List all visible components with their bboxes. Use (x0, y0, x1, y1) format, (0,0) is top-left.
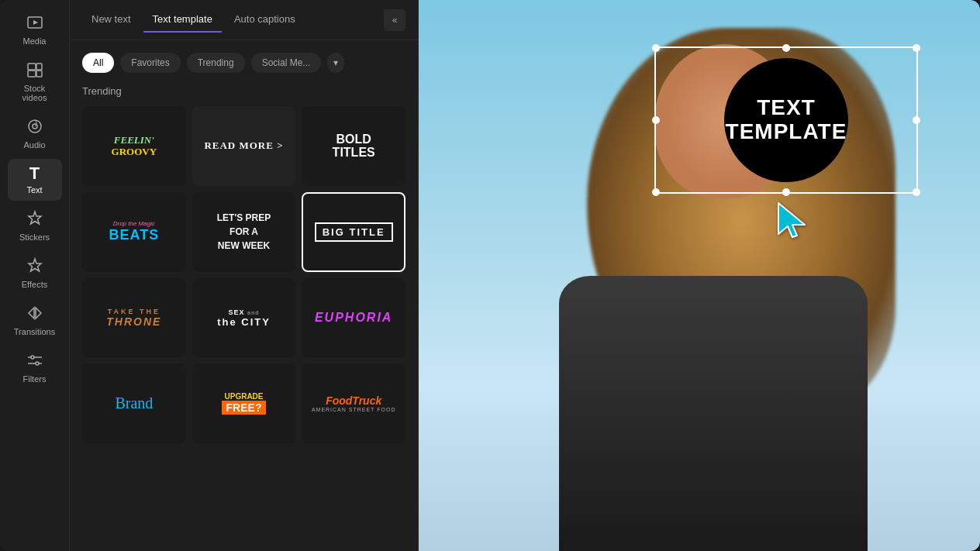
template-bold-titles[interactable]: BOLD TITLES (302, 106, 405, 186)
food-truck-sub: AMERICAN STREET FOOD (312, 407, 396, 412)
bold-titles-line1: BOLD (333, 133, 375, 146)
stock-videos-icon (26, 61, 43, 81)
media-icon (26, 14, 43, 33)
text-template-words: TEXT TEMPLATE (726, 96, 847, 144)
panel: New text Text template Auto captions « A… (70, 0, 419, 551)
transitions-icon (26, 305, 43, 324)
free-text: FREE? (222, 401, 267, 415)
svg-point-9 (36, 362, 39, 365)
stickers-icon (26, 210, 43, 229)
template-upgrade-free[interactable]: UPGRADE FREE? (192, 363, 296, 443)
chip-trending[interactable]: Trending (187, 53, 245, 73)
svg-rect-3 (28, 71, 36, 77)
svg-point-8 (31, 356, 34, 359)
sidebar-item-stock-videos[interactable]: Stock videos (8, 55, 62, 108)
canvas-area: TEXT TEMPLATE (419, 0, 980, 551)
template-feelin-groovy[interactable]: FEELIN' GROOVY (82, 106, 186, 186)
big-title-text: BIG TITLE (315, 222, 393, 242)
sidebar-item-text-label: Text (26, 185, 42, 195)
beats-text: BEATS (109, 227, 159, 243)
food-truck-text: FoodTruck (312, 394, 396, 407)
template-food-truck[interactable]: FoodTruck AMERICAN STREET FOOD (302, 363, 405, 443)
upgrade-text: UPGRADE (222, 392, 267, 401)
app-container: Media Stock videos Audio (0, 0, 980, 551)
more-tabs-button[interactable]: « (384, 9, 405, 31)
svg-rect-2 (28, 64, 36, 70)
bold-titles-line2: TITLES (333, 146, 375, 160)
sidebar-item-audio[interactable]: Audio (8, 112, 62, 156)
template-brand[interactable]: Brand (82, 363, 186, 443)
person-body (559, 276, 868, 552)
sidebar-item-text[interactable]: T Text (8, 159, 62, 201)
brand-text: Brand (115, 394, 153, 412)
filter-chips: All Favorites Trending Social Me... ▾ (82, 53, 405, 73)
sidebar-item-filters[interactable]: Filters (8, 346, 62, 390)
tab-auto-captions[interactable]: Auto captions (225, 7, 305, 33)
city-text: the CITY (217, 316, 271, 328)
feelin-groovy-line1: FEELIN' (112, 134, 157, 146)
chip-all[interactable]: All (82, 53, 114, 73)
text-icon: T (29, 165, 40, 182)
template-big-title[interactable]: BIG TITLE (302, 192, 405, 272)
filter-dropdown-button[interactable]: ▾ (327, 53, 344, 73)
svg-rect-5 (36, 71, 42, 77)
svg-marker-1 (33, 20, 38, 25)
drop-magic-text: Drop the Magic (109, 220, 159, 227)
template-drop-beats[interactable]: Drop the Magic BEATS (82, 192, 186, 272)
sidebar-item-filters-label: Filters (23, 374, 47, 384)
template-lets-prep[interactable]: LET'S PREPFOR ANEW WEEK (192, 192, 296, 272)
tab-new-text[interactable]: New text (82, 7, 140, 33)
lets-prep-text: LET'S PREPFOR ANEW WEEK (217, 211, 271, 253)
text-template-overlay[interactable]: TEXT TEMPLATE (654, 46, 918, 194)
panel-content: All Favorites Trending Social Me... ▾ Tr… (70, 40, 418, 551)
chip-favorites[interactable]: Favorites (120, 53, 180, 73)
euphoria-text: EUPHORIA (315, 311, 392, 325)
text-template-circle: TEXT TEMPLATE (724, 58, 848, 182)
svg-rect-4 (36, 64, 42, 70)
template-grid: FEELIN' GROOVY READ MORE > BOLD TITLES (82, 106, 405, 443)
sidebar-item-transitions[interactable]: Transitions (8, 298, 62, 343)
tab-text-template[interactable]: Text template (143, 7, 222, 33)
template-read-more[interactable]: READ MORE > (192, 106, 296, 186)
take-text: TAKE THE (106, 308, 161, 315)
sidebar-item-stock-videos-label: Stock videos (11, 84, 59, 102)
effects-icon (26, 257, 43, 277)
sex-text: SEX and (217, 308, 271, 316)
section-title: Trending (82, 85, 405, 97)
sidebar-item-media-label: Media (23, 36, 47, 46)
sidebar-item-media[interactable]: Media (8, 8, 62, 52)
chip-social-media[interactable]: Social Me... (251, 53, 322, 73)
sidebar-item-effects-label: Effects (22, 280, 47, 289)
svg-marker-14 (778, 203, 805, 237)
panel-tabs: New text Text template Auto captions « (70, 0, 418, 40)
sidebar: Media Stock videos Audio (0, 0, 70, 551)
sidebar-item-transitions-label: Transitions (14, 327, 55, 336)
sidebar-item-audio-label: Audio (23, 140, 45, 150)
throne-text: THRONE (106, 315, 161, 328)
text-template-content: TEXT TEMPLATE (656, 48, 916, 192)
sidebar-item-stickers-label: Stickers (19, 232, 50, 242)
template-take-throne[interactable]: TAKE THE THRONE (82, 278, 186, 358)
sidebar-item-effects[interactable]: Effects (8, 251, 62, 295)
feelin-groovy-line2: GROOVY (112, 146, 157, 158)
audio-icon (26, 118, 43, 137)
read-more-text: READ MORE > (204, 139, 283, 152)
filters-icon (26, 352, 43, 371)
sidebar-item-stickers[interactable]: Stickers (8, 204, 62, 248)
template-sex-city[interactable]: SEX and the CITY (192, 278, 296, 358)
template-euphoria[interactable]: EUPHORIA (302, 278, 405, 358)
